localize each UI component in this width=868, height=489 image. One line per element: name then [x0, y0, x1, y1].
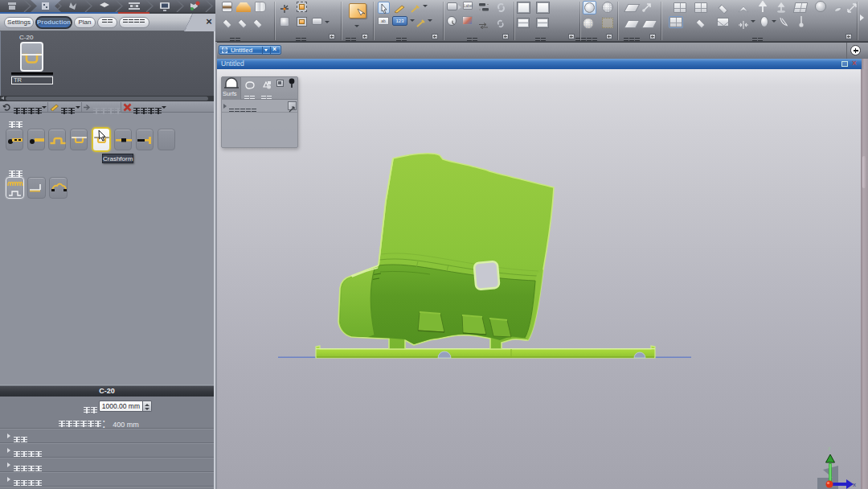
svg-text:z: z: [828, 445, 831, 452]
svg-text:x: x: [853, 481, 856, 488]
